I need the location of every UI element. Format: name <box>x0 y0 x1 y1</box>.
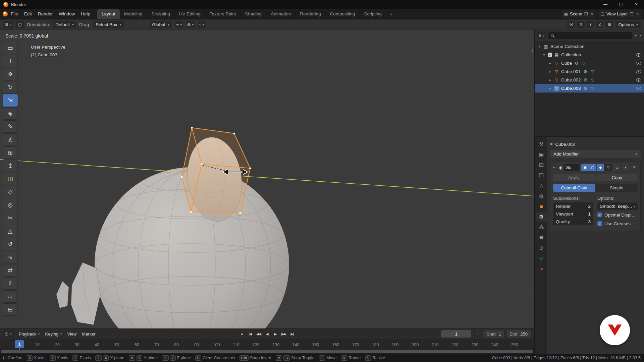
outliner-row-cube-002[interactable]: ▸ ▽ Cube.002 ⚙ ▽ <box>535 76 644 84</box>
frame-end-field[interactable]: End250 <box>506 330 531 338</box>
minimize-button[interactable]: — <box>598 0 613 9</box>
copy-view-layer-icon[interactable]: ❐ <box>630 12 634 16</box>
tool-extrude-region[interactable]: ↥ <box>3 160 18 172</box>
tab-scripting[interactable]: Scripting <box>360 9 387 19</box>
collapse-arrow-icon[interactable]: ▸ <box>548 78 552 82</box>
filter-icon[interactable]: ▼ <box>634 34 637 37</box>
preview-range-button[interactable]: ◔ <box>474 330 481 338</box>
outliner-search-box[interactable] <box>548 32 632 39</box>
current-frame-field[interactable]: 1 <box>441 330 471 338</box>
tab-constraints[interactable]: ⊝ <box>536 243 547 253</box>
tool-scale[interactable]: ⇲ <box>3 94 18 107</box>
tool-add-cube[interactable]: ⊞ <box>3 146 18 159</box>
selected-cube-wireframe[interactable] <box>181 127 251 214</box>
snap-grid-button[interactable]: ⊞ <box>605 21 613 28</box>
move-modifier-down-button[interactable]: ▾ <box>623 164 629 171</box>
tool-loop-cut[interactable]: ◎ <box>3 199 18 211</box>
drag-dropdown[interactable]: Select Box ▾ <box>93 21 124 28</box>
viewport-visibility-toggle[interactable]: ▢ <box>589 164 596 171</box>
blender-menu-icon[interactable] <box>3 11 8 16</box>
collection-checkbox[interactable]: ✓ <box>548 53 552 57</box>
jump-to-end-button[interactable]: ▶| <box>288 330 296 338</box>
next-keyframe-button[interactable]: ▶▶ <box>280 330 287 338</box>
tool-move[interactable]: ✥ <box>3 68 18 80</box>
search-input[interactable] <box>556 33 629 38</box>
visibility-eye-icon[interactable] <box>636 78 641 82</box>
collapse-arrow-icon[interactable]: ▸ <box>548 61 552 65</box>
simple-button[interactable]: Simple <box>595 184 638 192</box>
outliner-row-cube-003-selected[interactable]: ▸ ▽ Cube.003 ⚙ ▽ <box>535 84 644 93</box>
tool-shear[interactable]: ▱ <box>3 290 18 303</box>
menu-playback[interactable]: Playback▾ <box>19 331 40 337</box>
mirror-z-toggle[interactable]: Z <box>596 21 603 28</box>
remove-scene-icon[interactable]: ✕ <box>591 12 593 16</box>
outliner-row-cube[interactable]: ▸ ▽ Cube ⚙ ▽ <box>535 59 644 67</box>
outliner-row-cube-001[interactable]: ▸ ▽ Cube.001 ⚙ ▽ <box>535 67 644 76</box>
tool-rotate[interactable]: ↻ <box>3 81 18 94</box>
frame-start-field[interactable]: Start1 <box>483 330 504 338</box>
editor-type-button[interactable]: ⊡ ∨ <box>3 21 13 28</box>
menu-window[interactable]: Window <box>56 10 78 18</box>
outliner-editor-type-button[interactable]: ≡ ∨ <box>537 32 546 39</box>
tool-bevel[interactable]: ◇ <box>3 186 18 198</box>
catmull-clark-button[interactable]: Catmull-Clark <box>553 184 595 192</box>
copy-button[interactable]: Copy <box>596 174 638 181</box>
checkbox-checked-icon[interactable]: ✓ <box>597 221 602 226</box>
quality-field[interactable]: Quality 3 <box>553 218 593 225</box>
edit-mode-toggle[interactable]: ◆ <box>597 164 604 171</box>
tool-transform[interactable]: ◈ <box>3 107 18 120</box>
snap-pivot-button[interactable]: ∞ ▾ <box>175 21 183 28</box>
tab-object-data[interactable]: ▽ <box>536 253 547 263</box>
maximize-button[interactable]: ▢ <box>613 0 629 9</box>
tool-smooth[interactable]: ∿ <box>3 251 18 263</box>
viewport-canvas[interactable] <box>0 30 534 328</box>
tab-tool[interactable]: ⚒ <box>536 139 547 149</box>
tool-edge-slide[interactable]: ⇄ <box>3 264 18 277</box>
tool-poly-build[interactable]: △ <box>3 225 18 237</box>
remove-view-layer-icon[interactable]: ✕ <box>636 12 639 16</box>
play-reverse-button[interactable]: ◀ <box>263 330 271 338</box>
tool-inset-faces[interactable]: ◫ <box>3 173 18 185</box>
tool-annotate[interactable]: ✎ <box>3 120 18 133</box>
mirror-y-toggle[interactable]: Y <box>587 21 594 28</box>
tool-rip-region[interactable]: ⊟ <box>3 303 18 316</box>
tab-particles[interactable]: ⁂ <box>536 222 547 232</box>
scene-selector[interactable]: ▦ Scene ❐ ✕ <box>562 10 596 18</box>
transform-orientation-dropdown[interactable]: Global ▾ <box>150 21 172 28</box>
use-creases-checkbox-row[interactable]: ✓ Use Creases <box>597 220 638 227</box>
outliner-row-scene-collection[interactable]: ▾ ▥ Scene Collection <box>535 42 644 51</box>
timeline-ruler[interactable]: 1 10 20 30 40 50 60 70 80 90 100 110 120… <box>0 339 534 350</box>
add-modifier-dropdown[interactable]: Add Modifier ▾ <box>550 150 641 158</box>
expand-arrow-icon[interactable]: ▾ <box>553 166 557 169</box>
menu-file[interactable]: File <box>8 10 21 18</box>
tab-material[interactable]: ◑ <box>536 264 547 274</box>
snap-toggle-button[interactable]: ⋒ ▾ <box>186 21 195 28</box>
tab-scene[interactable]: △ <box>536 181 547 190</box>
sidebar-collapse-icon[interactable]: ‹ <box>531 47 534 53</box>
tab-rendering[interactable]: Rendering <box>296 9 325 19</box>
tab-shading[interactable]: Shading <box>241 9 267 19</box>
tab-object[interactable]: ■ <box>536 201 547 211</box>
tab-world[interactable]: ◍ <box>536 191 547 201</box>
collapse-arrow-icon[interactable]: ▸ <box>548 70 552 73</box>
add-workspace-button[interactable]: + <box>386 9 396 19</box>
copy-scene-icon[interactable]: ❐ <box>584 12 588 16</box>
proportional-edit-button[interactable]: ○ ▾ <box>198 21 206 28</box>
modifier-name-field[interactable]: Su <box>564 164 579 171</box>
mirror-x-toggle[interactable]: X <box>577 21 585 28</box>
remove-modifier-button[interactable]: ✕ <box>631 164 638 171</box>
tab-modeling[interactable]: Modeling <box>120 9 147 19</box>
orientation-dropdown[interactable]: Default ▾ <box>53 21 76 28</box>
menu-help[interactable]: Help <box>78 10 93 18</box>
tab-output[interactable]: ▤ <box>536 160 547 170</box>
playhead[interactable]: 1 <box>15 340 24 348</box>
tool-measure[interactable]: ∡ <box>3 133 18 146</box>
tab-sculpting[interactable]: Sculpting <box>147 9 175 19</box>
tab-animation[interactable]: Animation <box>266 9 296 19</box>
active-tool-button[interactable]: ▢ <box>16 21 24 28</box>
tab-layout[interactable]: Layout <box>97 9 120 19</box>
tool-knife[interactable]: ✂ <box>3 212 18 224</box>
menu-edit[interactable]: Edit <box>21 10 35 18</box>
timeline-scroll-track[interactable] <box>0 350 534 354</box>
cage-toggle[interactable]: ▽ <box>604 164 612 171</box>
